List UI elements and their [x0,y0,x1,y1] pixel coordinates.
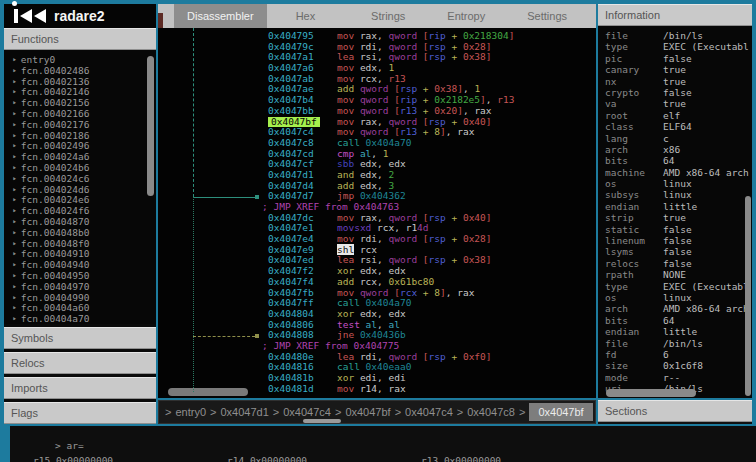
info-row: rootelf [598,110,752,121]
breadcrumb-hscrollbar-thumb[interactable] [303,419,341,423]
function-bullet-icon: ‣ [12,294,17,303]
info-row: lsymsfalse [598,246,752,257]
symbols-panel-header[interactable]: Symbols [4,327,156,349]
function-item[interactable]: ‣fcn.00404a70 [4,314,156,324]
disasm-address[interactable]: 0x4047f4 [268,277,314,288]
console[interactable]: > ar= r15 0x00000000r14 0x00000000r13 0x… [10,426,756,462]
tab-disassembler[interactable]: Disassembler [174,4,267,28]
info-row: endianlittle [598,326,752,337]
function-bullet-icon: ‣ [12,88,17,97]
sections-panel-header[interactable]: Sections [598,400,752,422]
info-scrollbar-v-thumb[interactable] [745,196,751,396]
function-bullet-icon: ‣ [12,261,17,270]
main-panel: DisassemblerHex DumpStringsEntropySettin… [158,4,596,398]
info-row: vatrue [598,98,752,109]
info-scrollbar-h-thumb[interactable] [606,389,696,397]
breadcrumb-item[interactable]: entry0 [175,406,206,418]
info-row: subsyslinux [598,189,752,200]
register-value: r13 0x00000000 [421,455,615,462]
function-bullet-icon: ‣ [12,207,17,216]
disassembly-panel: 0x404795mov rax, qword [rip + 0x218304]0… [158,28,596,398]
info-row: bits64 [598,315,752,326]
jump-line-vertical-lower [193,197,194,393]
logo: radare2 [4,4,156,28]
register-value: r15 0x00000000 [33,455,227,462]
function-bullet-icon: ‣ [12,153,17,162]
breadcrumb-separator: > [165,406,171,418]
info-panel: Information file/bin/lstypeEXEC (Executa… [598,4,752,398]
disasm-address[interactable]: 0x40481d [268,384,314,395]
function-bullet-icon: ‣ [12,132,17,141]
jump-line-horizontal-solid [193,197,255,198]
info-row: oslinux [598,178,752,189]
imports-panel-header[interactable]: Imports [4,377,156,399]
breadcrumb-separator: > [457,406,463,418]
function-bullet-icon: ‣ [12,304,17,313]
function-bullet-icon: ‣ [12,142,17,151]
tab-hex-dump[interactable]: Hex Dump [283,4,342,28]
breadcrumb-separator: > [210,406,216,418]
info-row: striptrue [598,212,752,223]
info-row: file/bin/ls [598,338,752,349]
info-row: moder-- [598,372,752,383]
info-row: bits64 [598,155,752,166]
function-bullet-icon: ‣ [12,67,17,76]
disassembly-listing: 0x404795mov rax, qword [rip + 0x218304]0… [158,31,596,394]
function-bullet-icon: ‣ [12,186,17,195]
console-registers: r15 0x00000000r14 0x00000000r13 0x000000… [33,455,615,462]
information-panel-header[interactable]: Information [598,4,752,26]
function-bullet-icon: ‣ [12,164,17,173]
breadcrumb-separator: > [273,406,279,418]
info-row: file/bin/ls [598,30,752,41]
function-bullet-icon: ‣ [12,196,17,205]
info-row: typeEXEC (Executabl [598,281,752,292]
info-list: file/bin/lstypeEXEC (Executablpicfalseca… [598,26,752,398]
info-row: staticfalse [598,224,752,235]
function-bullet-icon: ‣ [12,121,17,130]
radare2-logo-icon [14,9,46,23]
functions-list: ‣entry0‣fcn.00402486‣fcn.00402136‣fcn.00… [4,50,156,324]
breadcrumb-item[interactable]: 0x4047c4 [405,406,453,418]
jump-line-horizontal-dashed [193,336,255,337]
info-row: nxtrue [598,76,752,87]
jump-line-vertical-upper [193,28,194,197]
function-bullet-icon: ‣ [12,229,17,238]
function-bullet-icon: ‣ [12,56,17,65]
disasm-hscrollbar-thumb[interactable] [168,388,248,396]
info-row: machineAMD x86-64 arch [598,167,752,178]
disasm-address[interactable]: 0x4047c8 [268,138,314,149]
functions-scrollbar-thumb[interactable] [147,56,154,196]
info-row: fd6 [598,349,752,360]
breadcrumb-item[interactable]: 0x4047c8 [467,406,515,418]
info-row: rpathNONE [598,269,752,280]
left-sidebar: radare2 Functions ‣entry0‣fcn.00402486‣f… [4,4,156,424]
info-row: picfalse [598,53,752,64]
breadcrumb-item[interactable]: 0x4047bf [345,406,390,418]
disasm-address[interactable]: 0x404804 [268,309,314,320]
tab-strings[interactable]: Strings [358,4,418,28]
register-value: r14 0x00000000 [227,455,421,462]
relocs-panel-header[interactable]: Relocs [4,352,156,374]
tab-bar: DisassemblerHex DumpStringsEntropySettin… [158,4,596,28]
info-row: langc [598,133,752,144]
breadcrumb-separator: > [395,406,401,418]
breadcrumb-active-item[interactable]: 0x4047bf [529,403,592,421]
tab-entropy[interactable]: Entropy [434,4,498,28]
jump-arrowhead-solid [255,195,259,199]
function-bullet-icon: ‣ [12,250,17,259]
breadcrumb: >entry0>0x4047d1>0x4047c4>0x4047bf>0x404… [158,400,596,424]
function-bullet-icon: ‣ [12,240,17,249]
function-bullet-icon: ‣ [12,283,17,292]
disasm-address[interactable]: 0x4047bb [268,106,314,117]
breadcrumb-separator: > [335,406,341,418]
breadcrumb-item[interactable]: 0x4047c4 [283,406,331,418]
app-title: radare2 [54,8,105,24]
info-row: archAMD x86-64 arch [598,303,752,314]
info-row: size0x1c6f8 [598,360,752,371]
functions-panel-header[interactable]: Functions [4,28,156,50]
tab-settings[interactable]: Settings [514,4,580,28]
function-bullet-icon: ‣ [12,218,17,227]
flags-panel-header[interactable]: Flags [4,402,156,424]
info-row: relocsfalse [598,258,752,269]
breadcrumb-item[interactable]: 0x4047d1 [220,406,268,418]
